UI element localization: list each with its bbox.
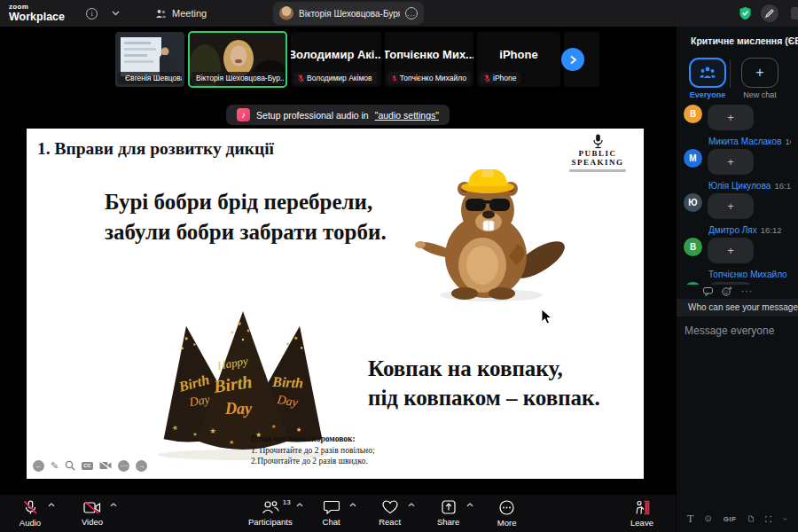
participant-display-name: Топчієнко Мих... [385,32,473,61]
chat-message-list[interactable]: В + Микита Маслаков16:12 М + Юлія Цикуло… [677,99,798,285]
muted-mic-icon [298,74,304,82]
participants-options-chevron[interactable] [296,503,303,507]
chat-sidebar: Критичне мислення (ЄВІ: п Ev [676,27,798,532]
more-button[interactable]: More [488,495,527,532]
chevron-down-icon[interactable] [783,517,787,521]
svg-text:★: ★ [192,431,198,437]
logo-line-zoom: zoom [9,4,65,11]
chat-button[interactable]: Chat [312,495,351,532]
chat-message-group: Топчієнко Михайло16:12 Т + [684,269,791,285]
share-options-chevron[interactable] [466,503,473,507]
who-can-see-bar[interactable]: Who can see your messages? [677,299,798,317]
audio-options-chevron[interactable] [48,503,55,507]
video-thumbnail-iphone[interactable]: iPhone iPhone [477,32,560,87]
more-options-icon[interactable]: ⋯ [118,460,129,472]
video-options-chevron[interactable] [110,503,117,507]
sender-name[interactable]: Микита Маслаков [708,137,781,146]
audio-settings-link[interactable]: "audio settings" [375,110,439,121]
react-button[interactable]: React [371,495,410,532]
audio-button[interactable]: Audio [11,495,50,532]
more-icon [499,500,514,515]
video-button[interactable]: Video [73,495,112,532]
video-thumbnail-evheniia[interactable]: Євгенія Шевцова [115,32,184,87]
tab-active-label: Вікторія Шеховцова-Бурянова's [299,9,400,19]
video-thumbnail-volodymyr[interactable]: Володимир Акі... Володимир Акімов [291,32,381,87]
music-note-icon: ♪ [237,108,250,121]
sender-name[interactable]: Юлія Цикулова [708,181,771,191]
closed-captions-icon[interactable]: CC [82,462,93,470]
share-screen-icon [442,500,456,514]
gif-icon[interactable]: GIF [724,515,737,523]
next-page-arrow-button[interactable] [561,48,584,71]
annotate-pencil-icon[interactable] [761,4,778,22]
svg-text:Day: Day [224,400,253,418]
audio-label: Audio [20,518,41,528]
top-bar: zoom Workplace i Meeting Вікторія Шеховц… [0,0,798,27]
next-slide-icon[interactable]: → [136,460,147,472]
screenshot-icon[interactable] [765,514,771,524]
zoom-magnifier-icon[interactable] [65,460,75,471]
chat-options-chevron[interactable] [349,503,356,507]
sender-name[interactable]: Дмитро Лях [708,225,757,235]
react-options-chevron[interactable] [408,503,415,507]
chat-input[interactable]: Message everyone [677,317,798,506]
tab-options-icon[interactable]: ... [405,7,418,20]
attach-file-icon[interactable] [748,513,754,524]
chat-target-tabs: Everyone + New chat [677,55,798,99]
avatar[interactable]: М [684,149,702,168]
chat-label: Chat [323,517,340,527]
avatar[interactable]: Ю [684,193,702,212]
zoom-workplace-logo: zoom Workplace [9,4,65,23]
logo-word-public: PUBLIC [564,149,631,158]
chat-message-group: В + [684,105,791,130]
more-label: More [497,518,517,528]
public-speaking-logo: PUBLIC SPEAKING [564,134,631,172]
info-icon[interactable]: i [86,8,98,20]
video-off-icon[interactable] [99,461,112,470]
participants-icon [262,500,279,514]
leave-door-icon [634,500,650,515]
avatar [279,6,293,20]
chat-message-bubble[interactable]: + [708,193,754,219]
topbar-right-icons [739,0,778,27]
tab-everyone[interactable]: Everyone [685,58,730,99]
sender-name[interactable]: Топчієнко Михайло [708,270,787,279]
who-can-see-text: Who can see your messages? [688,302,798,312]
apps-icon-partial[interactable] [791,7,798,20]
chat-message-bubble[interactable]: + [708,238,754,263]
add-reaction-icon[interactable] [722,286,732,296]
previous-slide-icon[interactable]: ← [33,460,44,472]
tab-active-speaker-window[interactable]: Вікторія Шеховцова-Бурянова's ... [273,2,424,25]
chat-input-toolbar: T GIF [677,505,798,532]
video-thumbnail-viktoriia-active-speaker[interactable]: Вікторія Шеховцова-Бур... [189,32,286,87]
chat-message-bubble[interactable]: + [708,105,754,130]
chat-channel-header[interactable]: Критичне мислення (ЄВІ: п [677,27,798,55]
muted-mic-icon [392,74,397,82]
participants-button[interactable]: Participants 13 [248,495,293,532]
timestamp: 16:12 [785,137,791,146]
tab-meeting[interactable]: Meeting [155,8,207,20]
presentation-slide: 1. Вправи для розвитку дикції PUBLIC SPE… [27,129,644,479]
participant-name-label: Топчієнко Михайло [387,72,471,84]
text-format-icon[interactable]: T [687,512,693,526]
react-label: React [379,517,401,527]
leave-button[interactable]: Leave [622,495,661,532]
svg-text:Birth: Birth [271,374,304,391]
pen-icon[interactable]: ✎ [51,461,59,471]
avatar[interactable]: В [684,105,702,123]
slide-title: 1. Вправи для розвитку дикції [37,139,274,159]
security-shield-icon[interactable] [739,6,752,20]
chevron-down-icon[interactable] [112,11,120,16]
chat-message-bubble[interactable]: + [708,149,754,175]
share-button[interactable]: Share [429,495,468,532]
more-actions-icon[interactable]: ··· [741,286,753,296]
microphone-icon [592,134,604,149]
chat-message-group: Дмитро Лях16:12 В + [684,224,791,263]
quote-reply-icon[interactable] [703,287,713,296]
tongue-twister-2: Ковпак на ковпаку, під ковпаком – ковпак… [368,354,600,412]
new-chat-button[interactable]: + New chat [738,58,782,99]
video-thumbnail-topchiienko[interactable]: Топчієнко Мих... Топчієнко Михайло [385,32,473,87]
muted-mic-icon [484,74,490,82]
emoji-icon[interactable] [705,513,711,524]
avatar[interactable]: В [684,238,702,256]
